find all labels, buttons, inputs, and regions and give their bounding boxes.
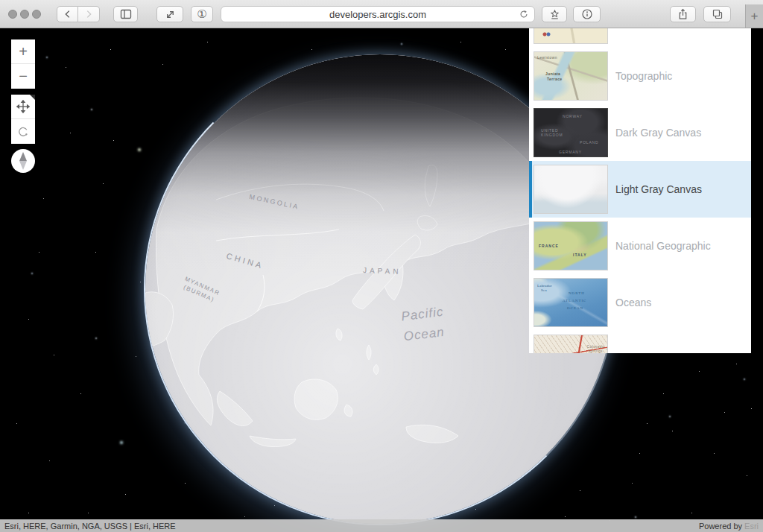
tab-overview-button[interactable] [703,6,731,22]
basemap-item-national-geographic[interactable]: FRANCE ITALY National Geographic [529,218,751,274]
pan-icon [16,100,30,113]
url-text: developers.arcgis.com [329,9,426,20]
attribution-sources: Esri, HERE, Garmin, NGA, USGS | Esri, HE… [4,522,176,531]
info-icon [581,8,593,20]
compass-widget[interactable] [11,149,35,173]
forward-button[interactable] [78,6,100,22]
zoom-widget: + − [11,39,35,89]
basemap-item-terrain[interactable]: Colorado Springs [529,331,751,353]
reload-button[interactable] [519,9,529,22]
map-label-pacific-ocean: Pacific Ocean [400,302,447,347]
basemap-label: Light Gray Canvas [615,183,702,195]
basemap-item-topographic[interactable]: Lewistown Juniata Terrace Topographic [529,48,751,104]
expand-button[interactable] [156,6,183,22]
share-icon [677,8,688,20]
basemap-label: Oceans [615,297,651,308]
reload-icon [519,9,529,19]
thumb-label: Juniata [545,72,560,76]
sidebar-icon [120,9,132,19]
thumb-label: ATLANTIC [563,299,586,303]
history-nav-group [57,6,100,22]
chevron-right-icon [83,9,94,19]
basemap-label: Topographic [615,70,672,82]
share-button[interactable] [670,6,696,22]
zoom-window-button[interactable] [32,10,41,19]
oceans-thumbnail: Labrador Sea NORTH ATLANTIC OCEAN [534,278,608,327]
browser-window: ① developers.arcgis.com + [0,0,763,532]
basemap-item-oceans[interactable]: Labrador Sea NORTH ATLANTIC OCEAN Oceans [529,274,751,331]
star-underline-icon [549,9,560,20]
minimize-window-button[interactable] [20,10,29,19]
new-tab-button[interactable]: + [745,4,763,28]
powered-by: Powered byEsri [699,522,759,531]
pan-mode-button[interactable] [11,95,35,119]
powered-by-text: Powered by [699,522,742,531]
basemap-item-light-gray-canvas[interactable]: Light Gray Canvas [529,161,751,218]
navigation-toggle-widget [11,95,35,144]
plus-icon: + [751,9,759,24]
thumb-label: NORWAY [563,114,583,118]
powered-by-esri-link[interactable]: Esri [744,522,759,531]
extension-icon: ① [197,7,206,21]
thumb-label: Lewistown [537,55,557,60]
thumb-label: KINGDOM [541,133,563,137]
thumb-label: GERMANY [559,150,582,154]
rotate-mode-button[interactable] [11,119,35,144]
basemap-gallery: Lewistown Juniata Terrace Topographic NO… [529,28,751,353]
favorites-button[interactable] [542,6,567,22]
chevron-left-icon [63,9,73,19]
plus-icon: + [19,43,28,60]
minus-icon: − [19,68,28,85]
thumb-label: Springs [588,349,603,353]
thumb-label: FRANCE [539,244,559,248]
diagonal-resize-icon [165,9,176,20]
thumb-label: OCEAN [567,306,583,311]
sidebar-toggle-button[interactable] [113,6,138,22]
basemap-label: National Geographic [615,240,711,252]
extension-button[interactable]: ① [191,6,213,22]
terrain-thumbnail: Colorado Springs [534,335,608,353]
thumb-label: Terrace [547,77,563,81]
zoom-out-button[interactable]: − [11,64,35,89]
browser-toolbar: ① developers.arcgis.com + [0,0,763,28]
close-window-button[interactable] [8,10,17,19]
active-corner-marker [30,95,35,100]
streets-thumbnail [534,28,608,44]
attribution-bar: Esri, HERE, Garmin, NGA, USGS | Esri, HE… [0,519,763,532]
zoom-in-button[interactable]: + [11,39,35,64]
scene-view[interactable]: MONGOLIA CHINA JAPAN MYANMAR (BURMA) Pac… [0,28,763,532]
thumb-label: POLAND [580,140,598,145]
starfield-bright [0,28,1,30]
back-button[interactable] [57,6,78,22]
url-field[interactable]: developers.arcgis.com [221,6,535,22]
dark-gray-thumbnail: NORWAY UNITED KINGDOM POLAND GERMANY [534,108,608,157]
rotate-icon [16,125,30,139]
thumb-label: Sea [541,288,547,293]
map-label-japan: JAPAN [363,266,402,276]
basemap-item-streets[interactable] [529,28,751,48]
basemap-item-dark-gray-canvas[interactable]: NORWAY UNITED KINGDOM POLAND GERMANY Dar… [529,104,751,161]
basemap-list: Lewistown Juniata Terrace Topographic NO… [529,28,751,353]
basemap-label: Dark Gray Canvas [615,127,701,139]
topographic-thumbnail: Lewistown Juniata Terrace [534,51,608,101]
info-button[interactable] [573,6,601,22]
tabs-icon [712,8,724,20]
thumb-label: NORTH [569,291,585,296]
light-gray-thumbnail [534,165,608,214]
thumb-label: ITALY [573,253,587,257]
national-geographic-thumbnail: FRANCE ITALY [534,221,608,270]
compass-needle-icon [15,151,31,171]
